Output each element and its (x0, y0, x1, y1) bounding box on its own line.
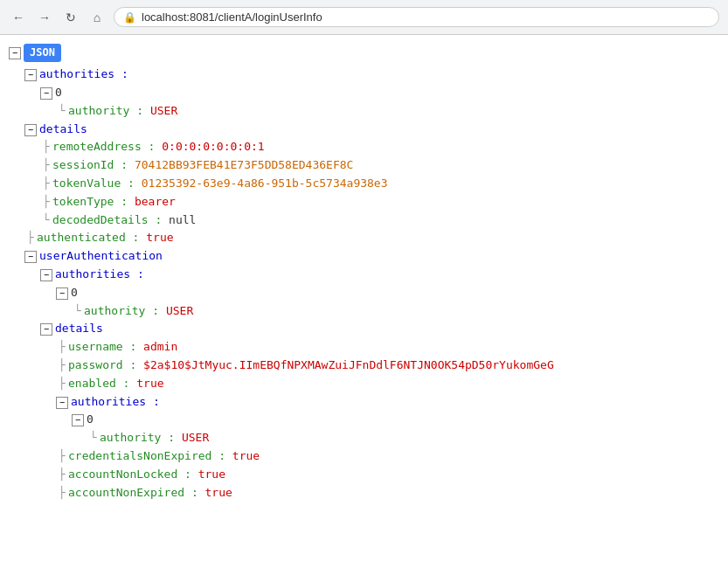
ua-details-children: ├ username : admin ├ password : $2a$10$J… (40, 338, 719, 502)
ua-details-toggle[interactable]: − (40, 323, 52, 336)
decodedDetails-row: └ decodedDetails : null (40, 211, 719, 230)
ua-authority-row: └ authority : USER (72, 302, 719, 321)
ud-authorities-key: authorities : (71, 393, 160, 412)
ua-auth-0-label: 0 (71, 284, 78, 302)
connector-13: ├ (56, 447, 68, 466)
ua-authorities-row: − authorities : (40, 266, 719, 284)
remoteAddress-val: 0:0:0:0:0:0:0:1 (162, 138, 264, 156)
ua-authorities-toggle[interactable]: − (40, 269, 52, 281)
userAuth-key: userAuthentication (39, 247, 163, 266)
top-authorities-row: − authorities : (24, 66, 719, 84)
ud-authorities-row: − authorities : (56, 393, 719, 412)
ua-authorities-children: − 0 └ authority : USER (40, 284, 719, 321)
json-content: − JSON − authorities : − 0 └ authority :… (0, 35, 728, 575)
accountNonLocked-val: true (198, 466, 225, 484)
credentialsNonExpired-row: ├ credentialsNonExpired : true (56, 447, 719, 466)
top-auth-0-row: − 0 (40, 84, 719, 102)
ua-authority-key: authority : (84, 302, 159, 321)
connector-9: ├ (56, 338, 68, 357)
url-input[interactable] (142, 10, 710, 24)
root-toggle[interactable]: − (9, 47, 21, 59)
authenticated-row: ├ authenticated : true (24, 229, 719, 247)
ud-authorities-children: − 0 └ authority : USER (56, 411, 719, 447)
top-authorities-children: − 0 └ authority : USER (24, 84, 719, 121)
connector-12: └ (87, 429, 100, 447)
connector-11: ├ (56, 375, 68, 393)
back-button[interactable]: ← (9, 8, 28, 27)
ud-auth-0-toggle[interactable]: − (72, 414, 84, 426)
decodedDetails-key: decodedDetails : (52, 211, 162, 230)
top-auth-0-authority-row: └ authority : USER (56, 102, 719, 121)
top-auth-0-authority-key: authority : (68, 102, 143, 121)
connector-4: ├ (40, 175, 52, 193)
ud-authority-val: USER (182, 429, 209, 447)
lock-icon: 🔒 (123, 11, 136, 24)
remoteAddress-key: remoteAddress : (52, 138, 155, 156)
ua-details-key: details (55, 320, 103, 338)
connector-3: ├ (40, 156, 52, 175)
ua-authority-val: USER (166, 302, 193, 321)
connector-8: └ (72, 302, 84, 321)
connector-10: ├ (56, 357, 68, 375)
accountNonLocked-key: accountNonLocked : (68, 466, 191, 484)
enabled-key: enabled : (68, 375, 129, 393)
ua-auth-0-row: − 0 (56, 284, 719, 302)
connector-15: ├ (56, 484, 68, 502)
username-row: ├ username : admin (56, 338, 719, 357)
connector-6: └ (40, 211, 52, 230)
top-details-key: details (39, 121, 87, 139)
tokenType-key: tokenType : (52, 193, 128, 211)
userAuth-children: − authorities : − 0 └ authority : USER (24, 266, 719, 502)
reload-button[interactable]: ↻ (61, 8, 80, 27)
browser-bar: ← → ↻ ⌂ 🔒 (0, 0, 728, 35)
top-details-children: ├ remoteAddress : 0:0:0:0:0:0:0:1 ├ sess… (24, 138, 719, 229)
ua-details-row: − details (40, 320, 719, 338)
connector-14: ├ (56, 466, 68, 484)
top-authorities-toggle[interactable]: − (24, 69, 37, 81)
password-row: ├ password : $2a$10$JtMyuc.IImEBQfNPXMAw… (56, 357, 719, 375)
ua-authorities-key: authorities : (55, 266, 144, 284)
accountNonExpired-key: accountNonExpired : (68, 484, 198, 502)
username-key: username : (68, 338, 136, 357)
ua-auth-0-children: └ authority : USER (56, 302, 719, 321)
accountNonLocked-row: ├ accountNonLocked : true (56, 466, 719, 484)
userAuth-row: − userAuthentication (24, 247, 719, 266)
userAuth-toggle[interactable]: − (24, 251, 37, 263)
address-bar: 🔒 (114, 7, 719, 27)
ud-auth-0-children: └ authority : USER (72, 429, 719, 447)
accountNonExpired-val: true (205, 484, 232, 502)
password-val: $2a$10$JtMyuc.IImEBQfNPXMAwZuiJFnDdlF6NT… (143, 357, 554, 375)
top-auth-0-label: 0 (55, 84, 62, 102)
accountNonExpired-row: ├ accountNonExpired : true (56, 484, 719, 502)
sessionId-key: sessionId : (52, 156, 128, 175)
ud-auth-0-row: − 0 (72, 411, 719, 429)
top-details-row: − details (24, 121, 719, 139)
enabled-row: ├ enabled : true (56, 375, 719, 393)
home-button[interactable]: ⌂ (87, 8, 107, 27)
ud-auth-0-label: 0 (87, 411, 94, 429)
password-key: password : (68, 357, 136, 375)
top-auth-0-children: └ authority : USER (40, 102, 719, 121)
authenticated-key: authenticated : (37, 229, 139, 247)
ud-authorities-toggle[interactable]: − (56, 397, 68, 409)
top-auth-0-toggle[interactable]: − (40, 87, 52, 100)
tokenValue-row: ├ tokenValue : 01235392-63e9-4a86-951b-5… (40, 175, 719, 193)
top-auth-0-authority-val: USER (150, 102, 177, 121)
connector-2: ├ (40, 138, 52, 156)
remoteAddress-row: ├ remoteAddress : 0:0:0:0:0:0:0:1 (40, 138, 719, 156)
ua-auth-0-toggle[interactable]: − (56, 288, 68, 300)
forward-button[interactable]: → (35, 8, 54, 27)
authenticated-val: true (146, 229, 173, 247)
root-row: − JSON (9, 44, 719, 66)
tokenType-row: ├ tokenType : bearer (40, 193, 719, 211)
tokenValue-val: 01235392-63e9-4a86-951b-5c5734a938e3 (142, 175, 388, 193)
top-details-toggle[interactable]: − (24, 124, 37, 136)
tokenValue-key: tokenValue : (52, 175, 135, 193)
connector-1: └ (56, 102, 68, 121)
enabled-val: true (136, 375, 163, 393)
json-badge: JSON (24, 44, 61, 62)
ud-authority-row: └ authority : USER (87, 429, 719, 447)
root-children: − authorities : − 0 └ authority : USER −… (9, 66, 719, 502)
decodedDetails-val: null (169, 211, 196, 230)
top-authorities-key: authorities : (39, 66, 128, 84)
